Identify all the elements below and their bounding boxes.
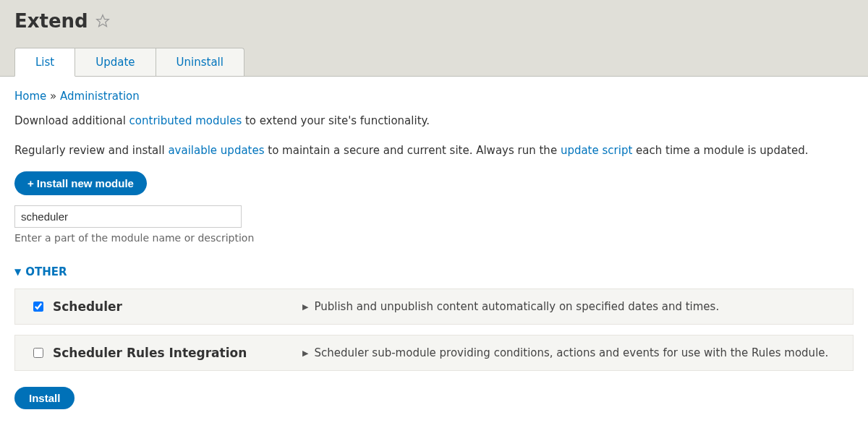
filter-input[interactable]: [14, 205, 242, 228]
install-new-module-button[interactable]: +Install new module: [14, 171, 147, 195]
module-desc[interactable]: ▶ Publish and unpublish content automati…: [302, 300, 719, 313]
tab-update[interactable]: Update: [75, 48, 156, 76]
tab-list[interactable]: List: [14, 48, 75, 77]
tabs: List Update Uninstall: [14, 48, 854, 76]
intro-text: Regularly review and install: [14, 144, 168, 157]
intro-text: to maintain a secure and current site. A…: [265, 144, 561, 157]
module-name: Scheduler: [53, 299, 302, 314]
breadcrumb: Home » Administration: [14, 90, 854, 103]
install-button[interactable]: Install: [14, 387, 75, 409]
link-contributed-modules[interactable]: contributed modules: [129, 114, 242, 127]
module-checkbox-scheduler-rules[interactable]: [33, 348, 43, 358]
triangle-right-icon: ▶: [302, 349, 308, 358]
filter-help-text: Enter a part of the module name or descr…: [14, 232, 854, 244]
intro-text: to extend your site's functionality.: [242, 114, 430, 127]
intro-para-1: Download additional contributed modules …: [14, 113, 854, 129]
triangle-right-icon: ▶: [302, 302, 308, 312]
module-row: Scheduler Rules Integration ▶ Scheduler …: [14, 335, 854, 371]
link-available-updates[interactable]: available updates: [168, 144, 264, 157]
link-update-script[interactable]: update script: [561, 144, 632, 157]
intro-text: Download additional: [14, 114, 129, 127]
svg-marker-0: [96, 15, 109, 27]
tab-uninstall[interactable]: Uninstall: [156, 48, 244, 76]
intro-para-2: Regularly review and install available u…: [14, 142, 854, 159]
button-label: Install new module: [37, 177, 134, 189]
module-desc-text: Scheduler sub-module providing condition…: [314, 346, 828, 359]
star-icon[interactable]: [95, 14, 110, 28]
intro-text: each time a module is updated.: [632, 144, 808, 157]
section-header-other[interactable]: ▼ OTHER: [14, 265, 854, 278]
breadcrumb-home[interactable]: Home: [14, 90, 46, 103]
breadcrumb-sep: »: [46, 90, 60, 103]
plus-icon: +: [27, 177, 34, 189]
section-title: OTHER: [25, 265, 67, 278]
module-row: Scheduler ▶ Publish and unpublish conten…: [14, 288, 854, 325]
module-name: Scheduler Rules Integration: [53, 346, 302, 360]
module-checkbox-scheduler[interactable]: [33, 302, 43, 312]
breadcrumb-admin[interactable]: Administration: [60, 90, 140, 103]
triangle-down-icon: ▼: [14, 267, 21, 277]
module-desc-text: Publish and unpublish content automatica…: [314, 300, 719, 313]
module-desc[interactable]: ▶ Scheduler sub-module providing conditi…: [302, 346, 828, 359]
page-title: Extend: [14, 10, 88, 32]
